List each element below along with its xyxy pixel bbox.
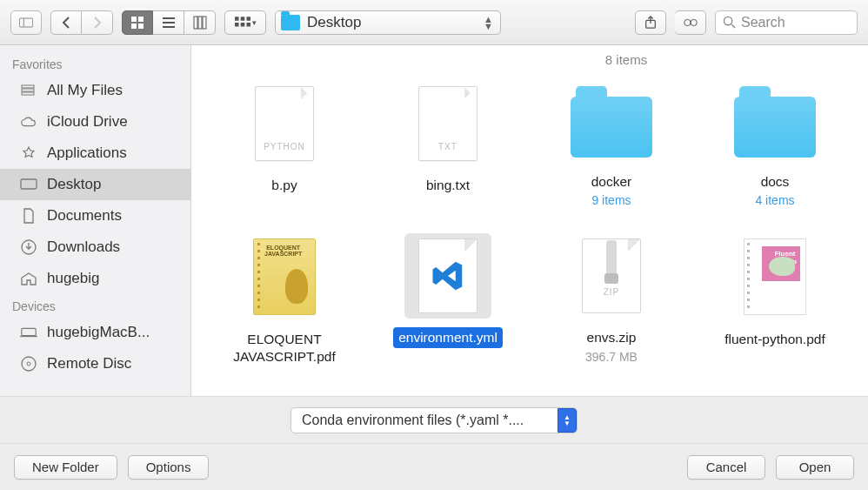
svg-point-30 (22, 357, 36, 371)
filter-bar: Conda environment files (*.yaml *.... ▲▼ (0, 396, 868, 443)
file-item[interactable]: TXT bing.txt (374, 81, 522, 195)
file-thumbnail: ZIP (568, 233, 655, 319)
sidebar-toggle-button[interactable] (10, 10, 42, 35)
sidebar-item-label: Remote Disc (47, 355, 131, 373)
search-input[interactable]: Search (715, 10, 858, 35)
file-name-label: b.py (266, 175, 302, 195)
file-item[interactable]: docs 4 items (701, 81, 849, 207)
svg-rect-2 (131, 17, 137, 22)
forward-button[interactable] (82, 10, 113, 35)
svg-rect-28 (22, 328, 36, 335)
book-cover-icon: FluentPython (744, 238, 806, 315)
file-thumbnail (720, 81, 830, 163)
file-name-label: bing.txt (421, 175, 475, 195)
toolbar: ▾ Desktop ▲▼ Search (0, 0, 868, 45)
file-name-label: fluent-python.pdf (719, 329, 830, 349)
nav-group (50, 10, 113, 35)
item-count-label: 8 items (591, 52, 661, 67)
sidebar-item[interactable]: Applications (0, 138, 190, 169)
sidebar-item-icon (19, 239, 38, 255)
search-placeholder: Search (741, 15, 785, 30)
icon-view-button[interactable] (122, 10, 153, 35)
sidebar-item[interactable]: Remote Disc (0, 348, 190, 379)
options-button[interactable]: Options (128, 455, 210, 480)
sidebar-item-label: Desktop (47, 176, 101, 193)
sidebar: FavoritesAll My FilesiCloud DriveApplica… (0, 45, 191, 396)
sidebar-item-label: Downloads (47, 238, 120, 256)
column-view-button[interactable] (184, 10, 216, 35)
svg-rect-11 (203, 17, 206, 29)
sidebar-item[interactable]: Downloads (0, 232, 190, 263)
arrange-button[interactable]: ▾ (224, 10, 266, 35)
file-name-label: docs (756, 171, 795, 191)
svg-rect-5 (138, 23, 144, 29)
list-view-button[interactable] (153, 10, 184, 35)
svg-point-31 (27, 362, 30, 366)
file-item[interactable]: environment.yml (374, 233, 522, 347)
chevron-updown-icon: ▲▼ (484, 16, 493, 30)
file-item[interactable]: ZIP envs.zip 396.7 MB (537, 233, 685, 363)
folder-icon (734, 97, 816, 158)
sidebar-item[interactable]: Documents (0, 200, 190, 232)
file-icon: TXT (418, 86, 477, 161)
file-thumbnail: PYTHON (241, 81, 328, 166)
svg-rect-14 (246, 17, 250, 21)
filter-label: Conda environment files (*.yaml *.... (302, 413, 524, 428)
sidebar-item-label: Applications (47, 144, 127, 162)
book-cover-icon: ELOQUENTJAVASCRIPT (253, 238, 316, 315)
sidebar-item[interactable]: hugebigMacB... (0, 317, 190, 348)
sidebar-item[interactable]: hugebig (0, 263, 190, 294)
file-name-label: ELOQUENT JAVASCRIPT.pdf (210, 329, 358, 366)
footer: New Folder Options Cancel Open (0, 443, 868, 490)
new-folder-button[interactable]: New Folder (14, 455, 117, 480)
file-meta-label: 9 items (591, 193, 631, 207)
file-item[interactable]: docker 9 items (537, 81, 685, 207)
file-thumbnail (557, 81, 666, 163)
location-popup[interactable]: Desktop ▲▼ (275, 10, 501, 35)
svg-rect-15 (235, 23, 239, 27)
file-name-label: docker (586, 171, 638, 191)
back-button[interactable] (50, 10, 82, 35)
file-icon: ZIP (582, 238, 641, 313)
tags-button[interactable] (675, 10, 706, 35)
sidebar-item-label: hugebig (47, 270, 100, 287)
sidebar-item[interactable]: iCloud Drive (0, 106, 190, 138)
svg-rect-3 (138, 17, 144, 22)
folder-icon (571, 97, 652, 158)
file-item[interactable]: FluentPython fluent-python.pdf (701, 233, 849, 349)
sidebar-item-label: Documents (47, 207, 122, 225)
svg-rect-12 (235, 17, 239, 21)
sidebar-item-icon (19, 356, 38, 372)
file-name-label: envs.zip (582, 327, 642, 347)
svg-rect-0 (19, 18, 32, 27)
file-type-filter[interactable]: Conda environment files (*.yaml *.... ▲▼ (290, 407, 578, 433)
svg-rect-13 (240, 17, 244, 21)
sidebar-item-icon (19, 83, 38, 98)
svg-rect-10 (198, 17, 202, 29)
svg-rect-9 (194, 17, 197, 29)
sidebar-item[interactable]: All My Files (0, 75, 190, 106)
open-button[interactable]: Open (776, 455, 854, 480)
sidebar-item-icon (19, 271, 38, 286)
svg-point-19 (684, 19, 690, 25)
cancel-button[interactable]: Cancel (687, 455, 765, 480)
file-item[interactable]: ELOQUENTJAVASCRIPT ELOQUENT JAVASCRIPT.p… (210, 233, 358, 366)
file-icon: PYTHON (255, 86, 314, 161)
sidebar-item-icon (19, 325, 38, 340)
sidebar-item[interactable]: Desktop (0, 169, 190, 200)
sidebar-section-title: Devices (0, 294, 190, 317)
svg-rect-25 (22, 92, 34, 95)
sidebar-item-icon (19, 145, 38, 161)
file-thumbnail (404, 233, 491, 319)
share-button[interactable] (635, 10, 666, 35)
file-name-label: environment.yml (393, 327, 503, 347)
folder-icon (281, 15, 300, 30)
sidebar-section-title: Favorites (0, 52, 190, 75)
file-grid-area: 8 items PYTHON b.py TXT bing.txt docker … (191, 45, 868, 396)
sidebar-item-label: All My Files (47, 82, 123, 99)
svg-point-20 (691, 19, 697, 25)
file-thumbnail: ELOQUENTJAVASCRIPT (239, 233, 330, 320)
sidebar-item-label: iCloud Drive (47, 113, 128, 131)
file-item[interactable]: PYTHON b.py (210, 81, 358, 195)
file-meta-label: 396.7 MB (585, 350, 638, 364)
